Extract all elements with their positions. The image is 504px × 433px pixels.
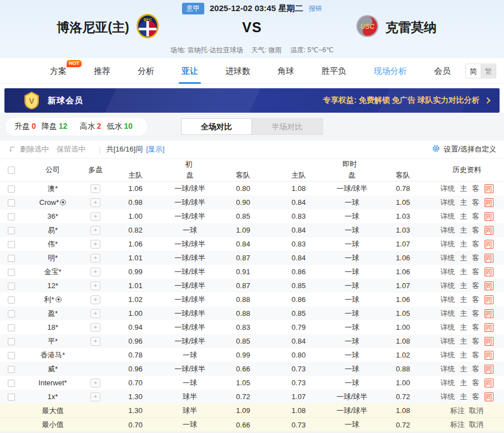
tab-half-match[interactable]: 半场对比: [252, 118, 323, 135]
history-home-link[interactable]: 主: [460, 350, 467, 360]
nav-item-membership[interactable]: 会员: [434, 58, 451, 84]
history-same-link[interactable]: 同: [485, 240, 493, 249]
history-same-link[interactable]: 同: [485, 184, 493, 193]
row-checkbox[interactable]: [8, 255, 15, 262]
nav-item-live-analysis[interactable]: 现场分析: [374, 58, 407, 84]
company-name[interactable]: 金宝*: [44, 267, 61, 277]
nav-item-asian-handicap[interactable]: 亚让: [182, 58, 198, 84]
history-detail-link[interactable]: 详统: [441, 239, 455, 249]
multi-odds-button[interactable]: +: [90, 268, 100, 276]
history-detail-link[interactable]: 详统: [441, 212, 455, 221]
multi-odds-button[interactable]: +: [90, 392, 100, 401]
multi-odds-button[interactable]: +: [90, 337, 100, 346]
row-checkbox[interactable]: [8, 366, 15, 373]
multi-odds-button[interactable]: +: [90, 240, 100, 249]
history-away-link[interactable]: 客: [472, 225, 480, 235]
row-checkbox[interactable]: [8, 227, 15, 234]
history-same-link[interactable]: 同: [485, 198, 493, 207]
lang-simplified-button[interactable]: 简: [466, 64, 481, 78]
history-same-link[interactable]: 同: [485, 365, 493, 374]
row-checkbox[interactable]: [8, 185, 15, 193]
company-name[interactable]: 36*: [47, 212, 58, 220]
multi-odds-button[interactable]: +: [90, 254, 100, 263]
history-same-link[interactable]: 同: [485, 268, 493, 276]
history-home-link[interactable]: 主: [460, 295, 467, 305]
settings-button[interactable]: 设置/选择自定义: [432, 144, 496, 154]
history-away-link[interactable]: 客: [472, 309, 480, 319]
history-home-link[interactable]: 主: [460, 392, 467, 402]
nav-item-1x2[interactable]: 胜平负: [321, 58, 346, 84]
nav-item-goals[interactable]: 进球数: [225, 58, 250, 84]
company-name[interactable]: 18*: [47, 323, 58, 331]
multi-odds-button[interactable]: +: [90, 295, 100, 304]
cancel-button[interactable]: 取消: [469, 420, 483, 430]
history-same-link[interactable]: 同: [485, 379, 493, 387]
row-checkbox[interactable]: [8, 338, 15, 345]
history-home-link[interactable]: 主: [460, 378, 467, 388]
company-name[interactable]: 平*: [48, 336, 58, 346]
row-checkbox[interactable]: [8, 269, 15, 276]
history-away-link[interactable]: 客: [472, 336, 480, 346]
tab-full-match[interactable]: 全场对比: [181, 118, 252, 135]
history-detail-link[interactable]: 详统: [441, 392, 455, 402]
history-away-link[interactable]: 客: [472, 253, 480, 263]
company-name[interactable]: Interwet*: [38, 379, 67, 387]
cancel-button[interactable]: 取消: [469, 406, 483, 416]
history-same-link[interactable]: 同: [485, 351, 493, 360]
multi-odds-button[interactable]: +: [90, 281, 100, 290]
history-away-link[interactable]: 客: [472, 281, 480, 291]
multi-odds-button[interactable]: +: [90, 212, 100, 221]
history-away-link[interactable]: 客: [472, 198, 480, 208]
history-away-link[interactable]: 客: [472, 378, 480, 388]
history-home-link[interactable]: 主: [460, 212, 467, 221]
league-badge[interactable]: 意甲: [182, 3, 204, 14]
lang-traditional-button[interactable]: 繁: [481, 64, 496, 78]
row-checkbox[interactable]: [8, 380, 15, 387]
multi-odds-button[interactable]: +: [90, 198, 100, 207]
history-away-link[interactable]: 客: [472, 212, 480, 221]
multi-odds-button[interactable]: +: [90, 309, 100, 318]
history-detail-link[interactable]: 详统: [441, 281, 455, 291]
report-error-link[interactable]: 报错: [309, 4, 322, 13]
history-away-link[interactable]: 客: [472, 364, 480, 374]
row-checkbox[interactable]: [8, 213, 15, 220]
company-name[interactable]: 利*: [44, 295, 54, 305]
mark-button[interactable]: 标注: [450, 420, 465, 430]
row-checkbox[interactable]: [8, 310, 15, 318]
history-home-link[interactable]: 主: [460, 323, 467, 333]
delete-selected-button[interactable]: 删除选中: [20, 144, 49, 154]
nav-item-recommend[interactable]: 推荐: [94, 58, 110, 84]
row-checkbox[interactable]: [8, 352, 15, 359]
keep-selected-button[interactable]: 保留选中: [57, 144, 85, 154]
history-detail-link[interactable]: 详统: [441, 225, 455, 235]
history-detail-link[interactable]: 详统: [441, 184, 455, 194]
history-home-link[interactable]: 主: [460, 225, 467, 235]
history-detail-link[interactable]: 详统: [441, 198, 455, 208]
multi-odds-button[interactable]: +: [90, 184, 100, 193]
history-home-link[interactable]: 主: [460, 184, 467, 194]
history-same-link[interactable]: 同: [485, 212, 493, 221]
row-checkbox[interactable]: [8, 199, 15, 207]
history-home-link[interactable]: 主: [460, 336, 467, 346]
company-name[interactable]: 盈*: [48, 309, 58, 319]
company-name[interactable]: 明*: [48, 253, 58, 263]
row-checkbox[interactable]: [8, 324, 15, 331]
show-link[interactable]: [显示]: [146, 144, 164, 154]
history-home-link[interactable]: 主: [460, 267, 467, 277]
history-detail-link[interactable]: 详统: [441, 350, 455, 360]
vip-banner[interactable]: V 新球会员 专享权益: 免费解锁 免广告 球队实力对比分析: [4, 88, 500, 113]
history-home-link[interactable]: 主: [460, 364, 467, 374]
company-name[interactable]: 12*: [47, 281, 58, 290]
history-detail-link[interactable]: 详统: [441, 364, 455, 374]
company-name[interactable]: Crow*: [39, 198, 59, 207]
history-home-link[interactable]: 主: [460, 198, 467, 208]
history-away-link[interactable]: 客: [472, 184, 480, 194]
history-same-link[interactable]: 同: [485, 226, 493, 235]
row-checkbox[interactable]: [8, 394, 15, 401]
history-home-link[interactable]: 主: [460, 239, 467, 249]
company-name[interactable]: 香港马*: [41, 350, 65, 360]
history-same-link[interactable]: 同: [485, 254, 493, 263]
row-checkbox[interactable]: [8, 241, 15, 248]
history-detail-link[interactable]: 详统: [441, 253, 455, 263]
history-detail-link[interactable]: 详统: [441, 295, 455, 305]
